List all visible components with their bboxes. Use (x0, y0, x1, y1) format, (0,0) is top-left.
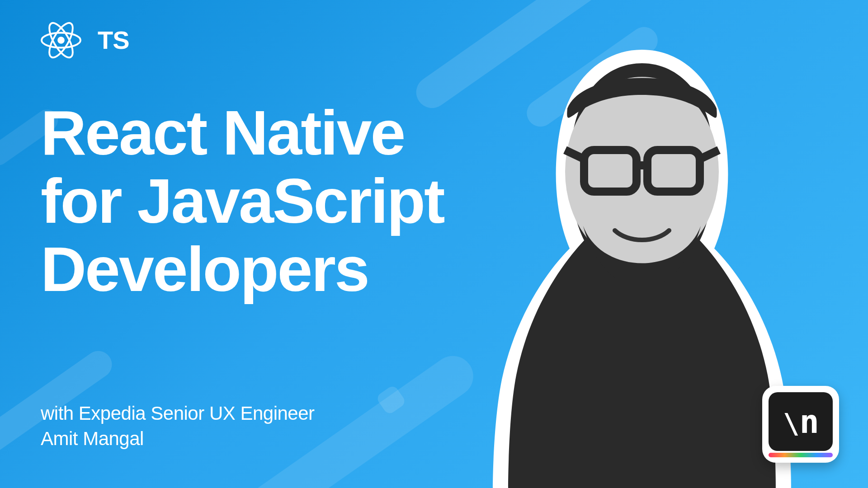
brand-badge: \n (762, 386, 839, 463)
brand-letter: n (799, 403, 818, 441)
byline-name: Amit Mangal (41, 426, 315, 452)
tech-logos: TS (41, 20, 129, 61)
typescript-badge: TS (98, 28, 129, 53)
title-line-3: Developers (41, 234, 368, 305)
brand-badge-inner: \n (769, 392, 833, 451)
byline-role: with Expedia Senior UX Engineer (41, 401, 315, 427)
course-title: React Native for JavaScript Developers (41, 99, 444, 304)
course-thumbnail: TS React Native for JavaScript Developer… (0, 0, 868, 488)
svg-point-0 (57, 37, 65, 44)
brand-logo-text: \n (783, 403, 818, 441)
brand-slash: \ (783, 408, 798, 439)
react-icon (41, 20, 81, 61)
title-line-1: React Native (41, 97, 404, 168)
presenter-byline: with Expedia Senior UX Engineer Amit Man… (41, 401, 315, 452)
brand-rainbow-strip (769, 453, 833, 457)
title-line-2: for JavaScript (41, 165, 444, 236)
